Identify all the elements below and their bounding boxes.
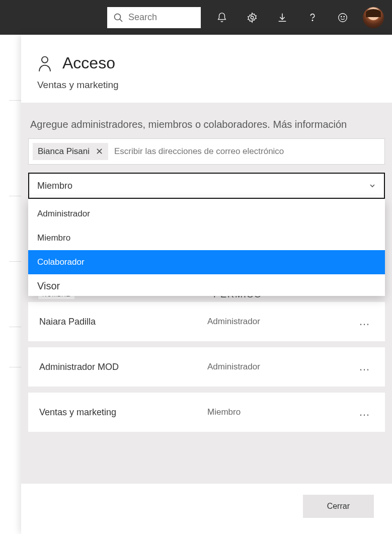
email-box[interactable]: Bianca Pisani ✕ — [28, 138, 385, 165]
gear-icon — [247, 12, 258, 23]
member-name: Ventas y marketing — [39, 407, 207, 418]
dropdown-option-viewer[interactable]: Visor — [28, 274, 385, 296]
search-box[interactable] — [107, 7, 201, 28]
bell-icon — [216, 12, 227, 23]
more-options-button[interactable]: … — [356, 360, 374, 373]
chip-label: Bianca Pisani — [38, 146, 90, 157]
panel-subtitle: Ventas y marketing — [37, 80, 376, 91]
svg-point-7 — [42, 56, 48, 62]
svg-point-5 — [341, 16, 342, 17]
member-name: Naiara Padilla — [39, 317, 207, 327]
help-button[interactable] — [299, 5, 326, 31]
divider — [9, 100, 21, 101]
svg-line-1 — [120, 19, 122, 22]
divider — [9, 367, 21, 367]
feedback-button[interactable] — [330, 5, 356, 31]
svg-point-2 — [251, 16, 254, 19]
user-chip: Bianca Pisani ✕ — [33, 143, 108, 160]
member-perm: Miembro — [207, 407, 356, 417]
access-panel: Acceso Ventas y marketing Agregue admini… — [21, 35, 392, 534]
svg-point-6 — [344, 16, 344, 17]
member-perm: Administrador — [207, 317, 356, 327]
panel-header: Acceso Ventas y marketing — [21, 35, 392, 103]
left-edge — [0, 35, 21, 534]
search-input[interactable] — [128, 12, 195, 23]
member-perm: Administrador — [207, 362, 356, 372]
divider — [9, 327, 21, 327]
panel-footer: Cerrar — [21, 484, 392, 534]
panel-title: Acceso — [62, 54, 115, 72]
dropdown-option-admin[interactable]: Administrador — [28, 199, 385, 226]
dropdown-menu: Administrador Miembro Colaborador Visor — [28, 199, 385, 296]
member-name: Administrador MOD — [39, 362, 207, 372]
chip-remove-button[interactable]: ✕ — [96, 147, 103, 156]
more-options-button[interactable]: … — [356, 315, 374, 328]
more-options-button[interactable]: … — [356, 406, 374, 419]
role-dropdown-wrap: Miembro Administrador Miembro Colaborado… — [28, 173, 385, 199]
download-icon — [277, 12, 288, 23]
instruction: Agregue administradores, miembros o cola… — [28, 119, 385, 130]
member-row: Naiara Padilla Administrador … — [28, 302, 385, 341]
member-row: Administrador MOD Administrador … — [28, 347, 385, 387]
smile-icon — [337, 12, 348, 23]
svg-point-3 — [312, 20, 312, 20]
chevron-down-icon — [369, 182, 376, 189]
svg-point-0 — [115, 14, 121, 20]
dropdown-option-contributor[interactable]: Colaborador — [28, 250, 385, 274]
dropdown-option-member[interactable]: Miembro — [28, 226, 385, 250]
download-button[interactable] — [269, 5, 295, 31]
instruction-text: Agregue administradores, miembros o cola… — [30, 119, 270, 130]
panel-content: Agregue administradores, miembros o cola… — [21, 103, 392, 484]
help-icon — [307, 12, 318, 23]
topbar — [0, 0, 392, 35]
divider — [9, 196, 21, 196]
search-icon — [113, 13, 123, 23]
member-row: Ventas y marketing Miembro … — [28, 393, 385, 432]
more-info-link[interactable]: Más información — [273, 119, 347, 130]
divider — [9, 261, 21, 262]
svg-point-4 — [339, 13, 347, 22]
person-icon — [37, 55, 52, 72]
settings-button[interactable] — [239, 5, 265, 31]
avatar[interactable] — [363, 7, 384, 28]
close-button[interactable]: Cerrar — [303, 495, 374, 518]
email-input[interactable] — [112, 143, 380, 160]
dropdown-selected: Miembro — [37, 181, 72, 191]
role-dropdown[interactable]: Miembro — [28, 173, 385, 199]
notifications-button[interactable] — [209, 5, 235, 31]
